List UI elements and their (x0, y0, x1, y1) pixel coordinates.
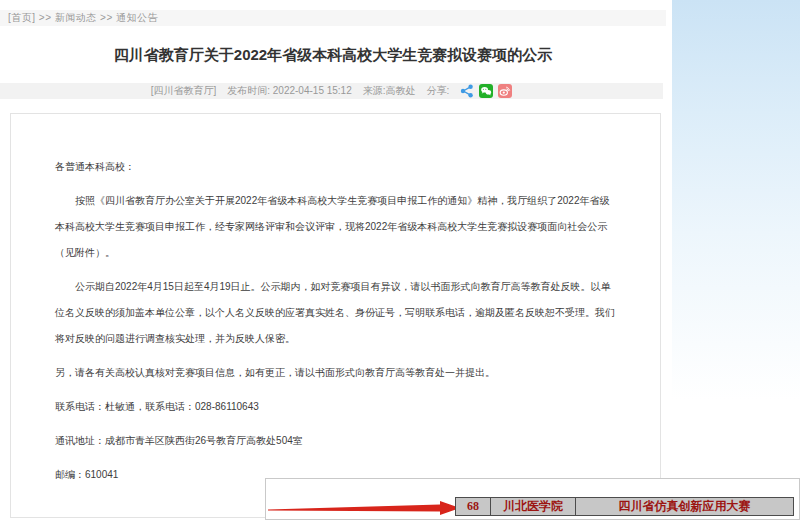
table-cell-competition: 四川省仿真创新应用大赛 (575, 497, 794, 516)
table-cell-rank: 68 (455, 497, 491, 516)
wechat-icon[interactable] (479, 84, 493, 98)
breadcrumb-links[interactable]: [首页] >> 新闻动态 >> 通知公告 (0, 11, 158, 25)
paragraph-3: 另，请各有关高校认真核对竞赛项目信息，如有更正，请以书面形式向教育厅高等教育处一… (55, 360, 616, 386)
breadcrumb: [首页] >> 新闻动态 >> 通知公告 (0, 10, 666, 26)
paragraph-1: 按照《四川省教育厅办公室关于开展2022年省级本科高校大学生竞赛项目申报工作的通… (55, 188, 616, 266)
red-arrow (268, 500, 460, 516)
share-label: 分享: (427, 84, 450, 98)
share-icon-group (460, 84, 512, 98)
table-cell-school: 川北医学院 (490, 497, 576, 516)
attachment-table-overlay: 68 川北医学院 四川省仿真创新应用大赛 (265, 478, 800, 520)
share-nodes-icon[interactable] (460, 84, 474, 98)
article-body: 各普通本科高校： 按照《四川省教育厅办公室关于开展2022年省级本科高校大学生竞… (10, 113, 661, 518)
page-title: 四川省教育厅关于2022年省级本科高校大学生竞赛拟设赛项的公示 (0, 46, 666, 65)
meta-publish-time: 发布时间: 2022-04-15 15:12 (227, 84, 352, 98)
salutation: 各普通本科高校： (55, 154, 616, 180)
weibo-icon[interactable] (498, 84, 512, 98)
paragraph-2: 公示期自2022年4月15日起至4月19日止。公示期内，如对竞赛项目有异议，请以… (55, 274, 616, 352)
sky-gradient-background (672, 0, 800, 400)
meta-department: [四川省教育厅] (151, 84, 217, 98)
meta-source: 来源:高教处 (363, 84, 416, 98)
article-meta-bar: [四川省教育厅] 发布时间: 2022-04-15 15:12 来源:高教处 分… (0, 83, 663, 99)
address-line: 通讯地址：成都市青羊区陕西街26号教育厅高教处504室 (55, 428, 616, 454)
contact-line: 联系电话：杜敏通，联系电话：028-86110643 (55, 394, 616, 420)
table-row: 68 川北医学院 四川省仿真创新应用大赛 (455, 497, 794, 516)
